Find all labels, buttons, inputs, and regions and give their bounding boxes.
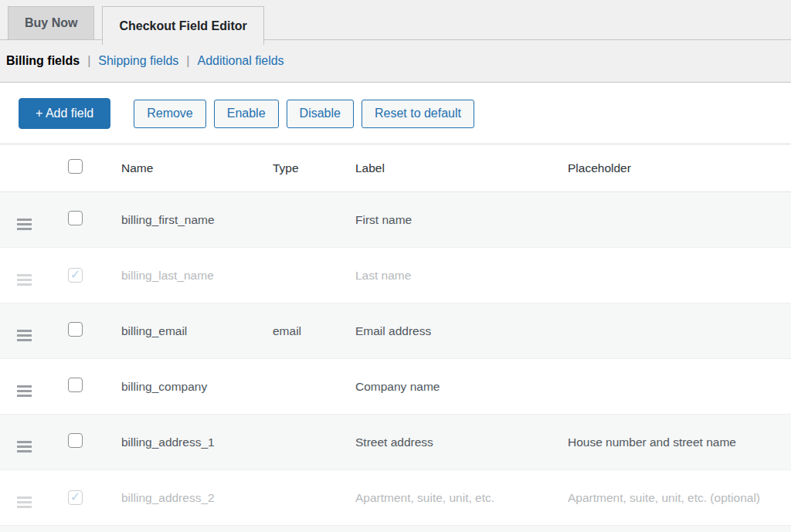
drag-handle-icon[interactable] [17, 219, 32, 230]
field-placeholder: Apartment, suite, unit, etc. (optional) [568, 491, 791, 505]
subnav-item-billing-fields[interactable]: Billing fields [6, 54, 80, 68]
partial-next-row [0, 526, 791, 532]
field-placeholder: House number and street name [568, 435, 791, 449]
subnav-separator: | [186, 54, 189, 68]
disable-button[interactable]: Disable [287, 100, 354, 128]
field-name: billing_address_2 [121, 491, 273, 505]
drag-handle-icon[interactable] [17, 274, 32, 286]
field-label: First name [355, 213, 568, 227]
column-header-name: Name [121, 161, 273, 175]
table-body: billing_first_name First name billing_la… [0, 192, 791, 526]
checkout-field-editor-page: Buy Now Checkout Field Editor Billing fi… [0, 0, 791, 532]
drag-handle-icon[interactable] [17, 496, 32, 508]
table-row: billing_last_name Last name [0, 248, 791, 303]
tab-bar: Buy Now Checkout Field Editor [0, 0, 791, 40]
tab-buy-now[interactable]: Buy Now [8, 6, 94, 40]
table-header-row: Name Type Label Placeholder [0, 144, 791, 192]
column-header-label: Label [355, 161, 568, 175]
row-checkbox[interactable] [68, 211, 83, 225]
table-row: billing_address_2 Apartment, suite, unit… [0, 470, 791, 526]
field-name: billing_email [121, 324, 273, 338]
row-checkbox[interactable] [68, 433, 83, 448]
tab-checkout-field-editor[interactable]: Checkout Field Editor [102, 6, 263, 45]
field-type: email [273, 324, 355, 338]
row-checkbox[interactable] [68, 378, 83, 392]
field-label: Street address [355, 435, 568, 449]
field-name: billing_company [121, 380, 273, 394]
table-row: billing_company Company name [0, 359, 791, 415]
field-name: billing_address_1 [121, 435, 273, 449]
drag-handle-icon[interactable] [17, 330, 32, 341]
fields-table: Name Type Label Placeholder billing_firs… [0, 144, 791, 532]
field-label: Last name [355, 269, 568, 283]
table-row: billing_email email Email address [0, 303, 791, 359]
row-checkbox[interactable] [68, 268, 83, 283]
bulk-action-buttons: Remove Enable Disable Reset to default [134, 100, 474, 128]
reset-to-default-button[interactable]: Reset to default [362, 100, 474, 128]
subnav-separator: | [87, 54, 90, 68]
field-label: Apartment, suite, unit, etc. [355, 491, 568, 505]
remove-button[interactable]: Remove [134, 100, 206, 128]
table-row: billing_address_1 Street address House n… [0, 415, 791, 470]
enable-button[interactable]: Enable [214, 100, 279, 128]
field-name: billing_first_name [121, 213, 273, 227]
column-header-type: Type [273, 161, 355, 175]
add-field-button[interactable]: + Add field [19, 98, 110, 129]
toolbar: + Add field Remove Enable Disable Reset … [0, 83, 791, 144]
subnav-item-shipping-fields[interactable]: Shipping fields [98, 54, 178, 68]
field-label: Email address [355, 324, 568, 338]
row-checkbox[interactable] [68, 322, 83, 337]
drag-handle-icon[interactable] [17, 385, 32, 397]
column-header-placeholder: Placeholder [568, 161, 791, 175]
select-all-checkbox[interactable] [68, 159, 83, 174]
field-label: Company name [355, 380, 568, 394]
table-row: billing_first_name First name [0, 192, 791, 248]
row-checkbox[interactable] [68, 490, 83, 505]
field-name: billing_last_name [121, 269, 273, 283]
subnav-item-additional-fields[interactable]: Additional fields [198, 54, 284, 68]
subnav: Billing fields | Shipping fields | Addit… [0, 40, 791, 83]
drag-handle-icon[interactable] [17, 441, 32, 452]
